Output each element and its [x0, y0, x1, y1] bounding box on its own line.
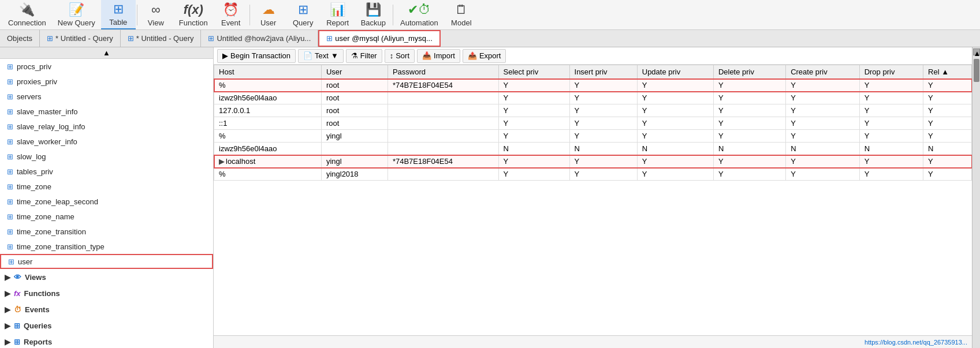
table-row[interactable]: izwz9h56e0l4aao N N N N N N N	[214, 143, 972, 155]
table-icon-slave-master-info: ⊞	[7, 107, 13, 116]
tab-untitled-query-2[interactable]: ⊞ * Untitled - Query	[121, 30, 202, 47]
scroll-thumb[interactable]	[974, 59, 979, 82]
report-icon: 📊	[330, 2, 345, 17]
table-icon-time-zone-name: ⊞	[7, 212, 13, 221]
sidebar-item-time-zone-leap-second[interactable]: ⊞ time_zone_leap_second	[0, 194, 213, 209]
sidebar-scroll-up[interactable]: ▲	[0, 47, 213, 59]
cell-rel: Y	[923, 79, 972, 92]
sidebar-group-functions[interactable]: ▶ fx Functions	[0, 285, 213, 301]
sidebar-group-reports[interactable]: ▶ ⊞ Reports	[0, 334, 213, 348]
cell-create-priv: Y	[786, 79, 860, 92]
sidebar-item-procs-priv[interactable]: ⊞ procs_priv	[0, 59, 213, 74]
sort-button[interactable]: ↕ Sort	[385, 49, 415, 63]
table-row[interactable]: ::1 root Y Y Y Y Y Y Y	[214, 117, 972, 130]
cell-delete-priv: Y	[713, 168, 785, 181]
toolbar-model[interactable]: 🗒 Model	[444, 0, 479, 29]
toolbar-user[interactable]: ☁ User	[251, 0, 286, 29]
toolbar-new-query-label: New Query	[58, 18, 95, 27]
cell-insert-priv: Y	[569, 79, 637, 92]
tab-untitled-how2java[interactable]: ⊞ Untitled @how2java (Aliyu...	[201, 30, 318, 47]
secondary-toolbar: ▶ Begin Transaction 📄 Text ▼ ⚗ Filter ↕ …	[214, 47, 972, 65]
sidebar-label-slave-master-info: slave_master_info	[17, 107, 78, 116]
table-row[interactable]: 127.0.0.1 root Y Y Y Y Y Y Y	[214, 104, 972, 117]
sidebar-label-time-zone-leap-second: time_zone_leap_second	[17, 197, 98, 206]
events-icon: ⏱	[14, 305, 21, 314]
tab-untitled-query-2-label: * Untitled - Query	[136, 34, 194, 43]
cell-user: yingl	[321, 155, 387, 168]
cell-drop-priv: Y	[859, 130, 923, 143]
sidebar: ▲ ⊞ procs_priv ⊞ proxies_priv ⊞ servers …	[0, 47, 214, 348]
cell-delete-priv: Y	[713, 92, 785, 104]
cell-select-priv: Y	[498, 155, 569, 168]
data-grid[interactable]: Host User Password Select priv Insert pr…	[214, 65, 972, 335]
sidebar-item-slave-relay-log-info[interactable]: ⊞ slave_relay_log_info	[0, 119, 213, 134]
table-row[interactable]: ▶localhost yingl *74B7E18F04E54 Y Y Y Y …	[214, 155, 972, 168]
sidebar-label-servers: servers	[17, 92, 42, 101]
sidebar-item-time-zone-transition-type[interactable]: ⊞ time_zone_transition_type	[0, 239, 213, 254]
cell-delete-priv: N	[713, 143, 785, 155]
text-button[interactable]: 📄 Text ▼	[298, 49, 344, 63]
sidebar-item-user[interactable]: ⊞ user	[0, 254, 213, 269]
toolbar-query-label: Query	[293, 18, 313, 27]
cell-delete-priv: Y	[713, 117, 785, 130]
toolbar-connection[interactable]: 🔌 Connection	[2, 0, 52, 29]
sidebar-label-slave-relay-log-info: slave_relay_log_info	[17, 122, 85, 131]
cell-user: yingl	[321, 130, 387, 143]
toolbar-query[interactable]: ⊞ Query	[286, 0, 321, 29]
begin-transaction-button[interactable]: ▶ Begin Transaction	[217, 49, 296, 63]
status-url: https://blog.csdn.net/qq_26735913...	[865, 339, 967, 346]
toolbar-report[interactable]: 📊 Report	[321, 0, 355, 29]
toolbar-new-query[interactable]: 📝 New Query	[52, 0, 101, 29]
scroll-up-btn[interactable]: ▲	[973, 48, 980, 55]
toolbar-automation[interactable]: ✔⏱ Automation	[394, 0, 444, 29]
filter-button[interactable]: ⚗ Filter	[346, 49, 382, 63]
sidebar-item-tables-priv[interactable]: ⊞ tables_priv	[0, 164, 213, 179]
cell-user	[321, 143, 387, 155]
cell-drop-priv: Y	[859, 92, 923, 104]
sidebar-group-queries[interactable]: ▶ ⊞ Queries	[0, 317, 213, 334]
sidebar-item-servers[interactable]: ⊞ servers	[0, 89, 213, 104]
cell-insert-priv: Y	[569, 130, 637, 143]
chevron-right-icon-reports: ▶	[5, 338, 10, 346]
sidebar-item-slave-worker-info[interactable]: ⊞ slave_worker_info	[0, 134, 213, 149]
toolbar-event[interactable]: ⏰ Event	[214, 0, 248, 29]
connection-icon: 🔌	[19, 2, 35, 17]
toolbar-function[interactable]: f(x) Function	[173, 0, 214, 29]
scroll-up-icon: ▲	[103, 48, 110, 57]
toolbar-view[interactable]: ∞ View	[139, 0, 173, 29]
sidebar-item-slow-log[interactable]: ⊞ slow_log	[0, 149, 213, 164]
cell-drop-priv: N	[859, 143, 923, 155]
tab-user-mysql[interactable]: ⊞ user @mysql (Aliyun_mysq...	[318, 30, 441, 47]
cell-host: izwz9h56e0l4aao	[214, 143, 322, 155]
sidebar-label-slow-log: slow_log	[17, 152, 46, 161]
cell-update-priv: Y	[637, 79, 713, 92]
table-row[interactable]: % yingl Y Y Y Y Y Y Y	[214, 130, 972, 143]
tab-objects[interactable]: Objects	[0, 30, 40, 47]
toolbar-table[interactable]: ⊞ Table	[101, 0, 136, 29]
sidebar-item-slave-master-info[interactable]: ⊞ slave_master_info	[0, 104, 213, 119]
export-button[interactable]: 📤 Export	[463, 49, 506, 63]
sidebar-item-time-zone-name[interactable]: ⊞ time_zone_name	[0, 209, 213, 224]
toolbar-event-label: Event	[221, 18, 240, 27]
import-button[interactable]: 📥 Import	[417, 49, 460, 63]
sidebar-label-slave-worker-info: slave_worker_info	[17, 137, 77, 146]
sidebar-group-views-label: Views	[25, 273, 46, 282]
table-icon-proxies-priv: ⊞	[7, 77, 13, 86]
sidebar-item-time-zone-transition[interactable]: ⊞ time_zone_transition	[0, 224, 213, 239]
sidebar-group-events-label: Events	[25, 305, 50, 314]
automation-icon: ✔⏱	[408, 2, 431, 17]
sidebar-group-views[interactable]: ▶ 👁 Views	[0, 269, 213, 285]
table-row[interactable]: % yingl2018 Y Y Y Y Y Y Y	[214, 168, 972, 181]
toolbar-backup[interactable]: 💾 Backup	[355, 0, 392, 29]
sidebar-item-proxies-priv[interactable]: ⊞ proxies_priv	[0, 74, 213, 89]
table-row[interactable]: izwz9h56e0l4aao root Y Y Y Y Y Y Y	[214, 92, 972, 104]
sidebar-item-time-zone[interactable]: ⊞ time_zone	[0, 179, 213, 194]
text-label: Text	[315, 51, 329, 60]
cell-select-priv: Y	[498, 168, 569, 181]
table-row[interactable]: % root *74B7E18F04E54 Y Y Y Y Y Y Y	[214, 79, 972, 92]
backup-icon: 💾	[366, 2, 381, 17]
right-scrollbar[interactable]: ▲	[972, 47, 980, 348]
tab-untitled-query-1[interactable]: ⊞ * Untitled - Query	[40, 30, 121, 47]
cell-select-priv: Y	[498, 117, 569, 130]
sidebar-group-events[interactable]: ▶ ⏱ Events	[0, 301, 213, 317]
